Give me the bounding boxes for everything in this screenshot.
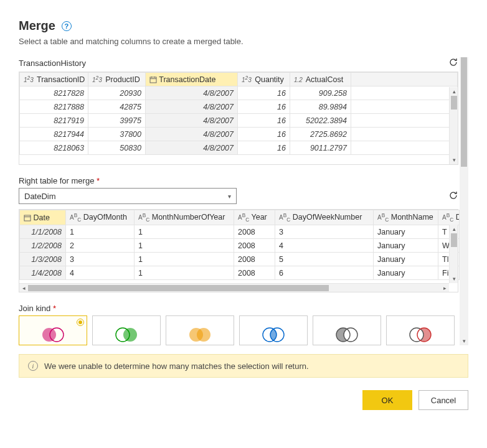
chevron-down-icon: ▾ xyxy=(228,193,231,200)
radio-selected-icon xyxy=(77,319,84,326)
right-table-value: DateDim xyxy=(24,192,56,201)
col-header-quantity[interactable]: 123 Quantity xyxy=(238,73,290,86)
scroll-left-icon[interactable]: ◂ xyxy=(19,284,28,292)
join-kind-label: Join kind * xyxy=(19,304,458,313)
left-table-preview[interactable]: 123 TransactionID 123 ProductID Transact… xyxy=(19,72,458,165)
warning-text: We were unable to determine how many mat… xyxy=(44,362,309,371)
info-icon: i xyxy=(28,361,38,371)
scroll-down-icon[interactable]: ▾ xyxy=(450,156,458,164)
col-header-trunc[interactable]: ABC D xyxy=(438,210,460,225)
join-right-anti[interactable] xyxy=(386,315,455,345)
col-header-year[interactable]: ABC Year xyxy=(234,210,275,225)
col-header-blank xyxy=(351,73,458,86)
dialog-footer: OK Cancel xyxy=(19,390,468,410)
join-right-outer[interactable] xyxy=(92,315,161,345)
table-row[interactable]: 8217944378004/8/2007162725.8692 xyxy=(20,128,458,141)
left-table-scrollbar[interactable]: ▴ ▾ xyxy=(449,87,458,164)
right-table-label: Right table for merge * xyxy=(19,176,458,185)
svg-rect-4 xyxy=(24,215,31,221)
refresh-icon[interactable] xyxy=(448,57,458,69)
right-table-preview[interactable]: Date ABC DayOfMonth ABC MonthNumberOfYea… xyxy=(19,209,458,292)
content-scroll-pane: TransactionHistory 123 TransactionID 123… xyxy=(19,57,468,345)
svg-point-9 xyxy=(123,328,137,342)
join-full-outer[interactable] xyxy=(166,315,234,345)
scroll-up-icon[interactable]: ▴ xyxy=(450,87,458,96)
scroll-thumb[interactable] xyxy=(451,96,457,110)
col-header-monthname[interactable]: ABC MonthName xyxy=(374,210,438,225)
scroll-thumb[interactable] xyxy=(28,285,329,291)
join-left-anti[interactable] xyxy=(313,315,381,345)
help-icon[interactable]: ? xyxy=(62,21,72,31)
scroll-thumb[interactable] xyxy=(461,57,467,167)
join-kind-options xyxy=(19,315,458,345)
right-table-scrollbar-h[interactable]: ◂ ▸ xyxy=(19,283,449,292)
table-row[interactable]: 8217888428754/8/20071689.9894 xyxy=(20,100,458,114)
scroll-thumb[interactable] xyxy=(451,233,457,247)
col-header-monthnumberofyear[interactable]: ABC MonthNumberOfYear xyxy=(135,210,234,225)
col-header-dayofweeknumber[interactable]: ABC DayOfWeekNumber xyxy=(275,210,374,225)
svg-point-11 xyxy=(197,328,210,342)
col-header-dayofmonth[interactable]: ABC DayOfMonth xyxy=(66,210,135,225)
scroll-right-icon[interactable]: ▸ xyxy=(440,284,449,292)
dialog-subtitle: Select a table and matching columns to c… xyxy=(19,37,468,46)
col-header-date[interactable]: Date xyxy=(20,210,66,225)
col-header-transactionid[interactable]: 123 TransactionID xyxy=(20,73,88,86)
table-row[interactable]: 1/2/20082120084JanuaryW xyxy=(20,239,460,253)
right-table-scrollbar-v[interactable]: ▴ ▾ xyxy=(449,225,458,283)
table-row[interactable]: 8218063508304/8/2007169011.2797 xyxy=(20,141,458,155)
dialog-header: Merge ? Select a table and matching colu… xyxy=(19,19,468,46)
cancel-button[interactable]: Cancel xyxy=(418,390,468,410)
svg-point-6 xyxy=(42,328,56,342)
table-row[interactable]: 1/4/20084120086JanuaryFi xyxy=(20,266,460,280)
table-row[interactable]: 8217828209304/8/200716909.258 xyxy=(20,86,458,100)
scroll-down-icon[interactable]: ▾ xyxy=(450,274,458,283)
col-header-productid[interactable]: 123 ProductID xyxy=(88,73,146,86)
table-row[interactable]: 1/3/20083120085JanuaryTl xyxy=(20,253,460,266)
warning-banner: i We were unable to determine how many m… xyxy=(19,354,468,378)
col-header-transactiondate[interactable]: TransactionDate xyxy=(146,73,238,86)
scroll-down-icon[interactable]: ▾ xyxy=(460,337,468,345)
refresh-icon[interactable] xyxy=(448,190,458,202)
table-row[interactable]: 8217919399754/8/20071652022.3894 xyxy=(20,114,458,128)
col-header-actualcost[interactable]: 1.2 ActualCost xyxy=(290,73,351,86)
ok-button[interactable]: OK xyxy=(362,390,412,410)
left-table-name: TransactionHistory xyxy=(19,58,86,68)
svg-rect-0 xyxy=(150,77,156,83)
dialog-title: Merge xyxy=(19,19,55,33)
pane-scrollbar[interactable]: ▴ ▾ xyxy=(460,57,468,345)
join-inner[interactable] xyxy=(239,315,308,345)
table-row[interactable]: 1/1/20081120083JanuaryT xyxy=(20,225,460,239)
join-left-outer[interactable] xyxy=(19,315,87,345)
scroll-up-icon[interactable]: ▴ xyxy=(450,225,458,233)
right-table-dropdown[interactable]: DateDim ▾ xyxy=(19,188,237,204)
